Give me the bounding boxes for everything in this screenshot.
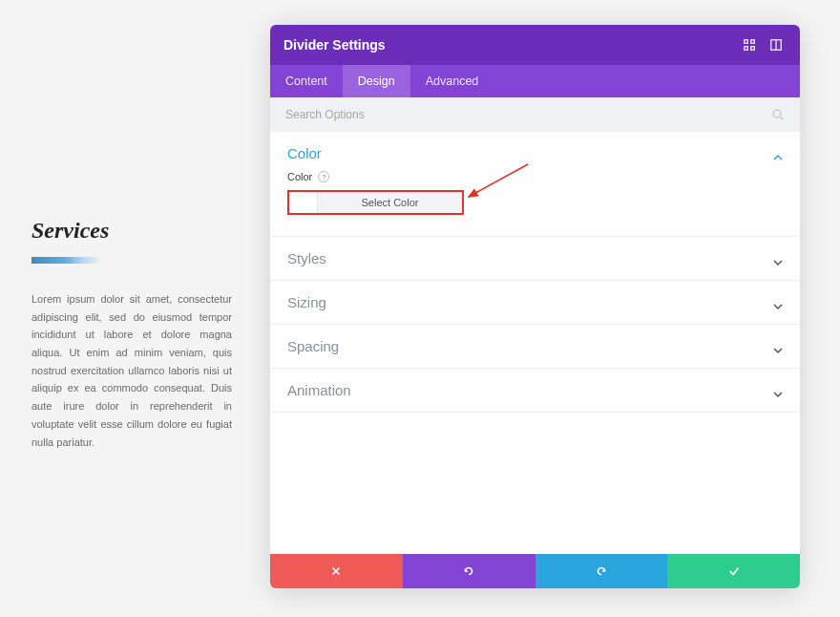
cancel-button[interactable] (270, 554, 403, 588)
modal-header: Divider Settings (270, 25, 800, 65)
svg-rect-2 (745, 47, 748, 51)
svg-line-7 (781, 117, 784, 120)
chevron-down-icon (773, 254, 783, 264)
svg-rect-1 (751, 40, 755, 44)
tab-design[interactable]: Design (343, 65, 410, 97)
section-styles: Styles (270, 237, 800, 281)
services-body-text: Lorem ipsum dolor sit amet, consectetur … (32, 290, 232, 451)
section-spacing-header[interactable]: Spacing (270, 325, 800, 368)
section-color-title: Color (287, 145, 322, 161)
settings-body: Color Color ? Select Color Styles (270, 132, 800, 554)
section-animation-header[interactable]: Animation (270, 369, 800, 412)
section-styles-header[interactable]: Styles (270, 237, 800, 280)
section-color-header[interactable]: Color (287, 145, 783, 171)
redo-button[interactable] (536, 554, 668, 588)
section-color: Color Color ? Select Color (270, 132, 800, 237)
modal-tabs: Content Design Advanced (270, 65, 800, 97)
svg-rect-3 (751, 47, 755, 51)
tab-advanced[interactable]: Advanced (410, 65, 494, 97)
help-icon[interactable]: ? (318, 171, 329, 182)
chevron-up-icon (773, 149, 783, 159)
color-selector: Select Color (287, 190, 464, 215)
search-icon (771, 108, 785, 121)
modal-footer (270, 554, 800, 588)
color-field-label: Color ? (287, 171, 783, 182)
expand-icon[interactable] (739, 34, 760, 55)
services-heading: Services (32, 218, 232, 244)
color-label-text: Color (287, 171, 312, 182)
section-sizing-title: Sizing (287, 294, 326, 310)
svg-point-6 (773, 110, 781, 117)
divider-settings-modal: Divider Settings Content Design Advanced… (270, 25, 800, 588)
chevron-down-icon (773, 342, 783, 351)
color-swatch[interactable] (289, 192, 318, 213)
snap-icon[interactable] (766, 34, 787, 55)
search-row (270, 97, 800, 132)
select-color-button[interactable]: Select Color (318, 192, 462, 213)
section-spacing: Spacing (270, 325, 800, 369)
chevron-down-icon (773, 298, 783, 308)
services-module: Services Lorem ipsum dolor sit amet, con… (32, 218, 232, 451)
svg-rect-0 (745, 40, 748, 44)
section-sizing-header[interactable]: Sizing (270, 281, 800, 324)
section-spacing-title: Spacing (287, 338, 339, 354)
section-animation: Animation (270, 369, 800, 413)
services-divider-line (32, 257, 98, 264)
save-button[interactable] (667, 554, 800, 588)
tab-content[interactable]: Content (270, 65, 343, 97)
undo-button[interactable] (403, 554, 536, 588)
section-animation-title: Animation (287, 382, 351, 398)
search-input[interactable] (285, 108, 771, 121)
modal-title: Divider Settings (284, 37, 733, 53)
chevron-down-icon (773, 386, 783, 395)
section-styles-title: Styles (287, 250, 326, 266)
section-sizing: Sizing (270, 281, 800, 325)
